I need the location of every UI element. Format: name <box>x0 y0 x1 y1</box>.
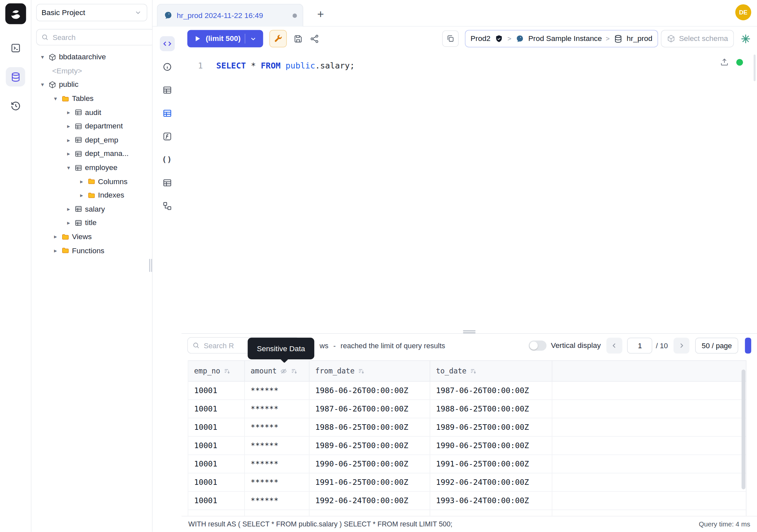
history-nav-icon[interactable] <box>6 96 25 115</box>
tree-item-views[interactable]: ▸Views <box>36 230 147 243</box>
upload-icon[interactable] <box>720 57 729 67</box>
column-header-emp-no[interactable]: emp_no <box>188 361 245 381</box>
tree-item-functions[interactable]: ▸Functions <box>36 244 147 258</box>
table-cell[interactable]: 1989-06-25T00:00:00Z <box>309 437 430 455</box>
sort-icon[interactable] <box>224 367 231 375</box>
tree-item-department[interactable]: ▸department <box>36 119 147 133</box>
caret-right-icon[interactable]: ▸ <box>65 137 72 143</box>
sidebar-search-input[interactable] <box>52 33 150 42</box>
tables-panel-icon[interactable] <box>160 82 174 98</box>
caret-right-icon[interactable]: ▸ <box>65 219 72 226</box>
page-size-select[interactable]: 50 / page <box>695 338 738 354</box>
tree-item-dept-emp[interactable]: ▸dept_emp <box>36 133 147 147</box>
table-cell[interactable]: ****** <box>245 437 310 455</box>
table-cell[interactable]: 1993-06-24T00:00:00Z <box>430 492 552 510</box>
export-button[interactable] <box>745 338 751 354</box>
tree-item-columns[interactable]: ▸Columns <box>36 174 147 188</box>
table-row[interactable]: 10001******1988-06-25T00:00:00Z1989-06-2… <box>188 418 746 437</box>
caret-right-icon[interactable]: ▸ <box>78 192 85 199</box>
caret-down-icon[interactable]: ▾ <box>39 81 46 88</box>
tree-item-public[interactable]: ▾public <box>36 78 147 92</box>
page-input[interactable] <box>627 338 652 354</box>
table-row[interactable]: 10001******1991-06-25T00:00:00Z1992-06-2… <box>188 474 746 492</box>
column-header-from-date[interactable]: from_date <box>309 361 430 381</box>
caret-right-icon[interactable]: ▸ <box>65 109 72 116</box>
table-cell[interactable]: 1991-06-25T00:00:00Z <box>430 455 552 473</box>
sort-icon[interactable] <box>291 367 298 375</box>
panel-resize-handle[interactable] <box>463 329 475 334</box>
run-button[interactable]: (limit 500) <box>187 30 263 47</box>
sort-icon[interactable] <box>358 367 365 375</box>
caret-right-icon[interactable]: ▸ <box>52 233 59 240</box>
external-tables-icon[interactable] <box>160 175 174 190</box>
table-cell[interactable]: 1988-06-25T00:00:00Z <box>430 400 552 418</box>
share-icon[interactable] <box>310 33 320 44</box>
sidebar-search[interactable] <box>36 29 153 45</box>
table-row[interactable]: 10001******1990-06-25T00:00:00Z1991-06-2… <box>188 455 746 474</box>
caret-down-icon[interactable]: ▾ <box>39 54 46 61</box>
table-cell[interactable]: 1992-06-24T00:00:00Z <box>430 474 552 492</box>
schema-diagram-icon[interactable] <box>160 199 174 214</box>
caret-down-icon[interactable]: ▾ <box>52 95 59 102</box>
project-select[interactable]: Basic Project <box>36 4 147 21</box>
table-cell[interactable]: 1992-06-24T00:00:00Z <box>309 492 430 510</box>
table-cell[interactable]: 10001 <box>188 455 245 473</box>
tree-item-audit[interactable]: ▸audit <box>36 106 147 119</box>
table-cell[interactable]: 1994-06-24T00:00:00Z <box>430 510 552 516</box>
table-row[interactable]: 10001******1989-06-25T00:00:00Z1990-06-2… <box>188 437 746 455</box>
table-cell[interactable]: ****** <box>245 492 310 510</box>
tree-item-empty[interactable]: <Empty> <box>36 64 147 78</box>
table-cell[interactable]: 1990-06-25T00:00:00Z <box>430 437 552 455</box>
table-row[interactable]: 10001******1986-06-26T00:00:00Z1987-06-2… <box>188 382 746 400</box>
sort-icon[interactable] <box>470 367 477 375</box>
table-cell[interactable]: 10001 <box>188 492 245 510</box>
table-cell[interactable]: 10001 <box>188 400 245 418</box>
table-cell[interactable]: 1990-06-25T00:00:00Z <box>309 455 430 473</box>
tree-item-title[interactable]: ▸title <box>36 216 147 230</box>
table-row[interactable]: 10001******1987-06-26T00:00:00Z1988-06-2… <box>188 400 746 418</box>
masked-data-icon[interactable] <box>160 106 174 121</box>
databases-nav-icon[interactable] <box>6 67 25 86</box>
worksheet-tab[interactable]: hr_prod 2024-11-22 16:49 <box>157 4 303 26</box>
tree-item-indexes[interactable]: ▸Indexes <box>36 188 147 202</box>
select-schema-button[interactable]: Select schema <box>661 30 734 47</box>
format-sql-icon[interactable] <box>442 30 458 47</box>
sidebar-resize-handle[interactable] <box>149 259 153 272</box>
table-cell[interactable]: ****** <box>245 382 310 400</box>
caret-right-icon[interactable]: ▸ <box>65 206 72 213</box>
tree-item-tables[interactable]: ▾Tables <box>36 92 147 106</box>
vertical-display-toggle[interactable] <box>529 340 547 351</box>
connection-breadcrumb[interactable]: Prod2 > Prod Sample Instance > <box>465 30 658 47</box>
editor-scrollbar[interactable] <box>754 55 756 81</box>
table-cell[interactable]: 1986-06-26T00:00:00Z <box>309 382 430 400</box>
table-cell[interactable]: ****** <box>245 474 310 492</box>
add-tab-button[interactable]: + <box>312 5 329 23</box>
table-cell[interactable]: 10001 <box>188 382 245 400</box>
admin-mode-button[interactable] <box>269 30 287 47</box>
table-cell[interactable]: 10001 <box>188 474 245 492</box>
save-icon[interactable] <box>293 33 304 44</box>
caret-down-icon[interactable]: ▾ <box>65 164 72 171</box>
info-icon[interactable] <box>160 59 174 74</box>
sql-editor-nav-icon[interactable] <box>6 38 25 57</box>
table-cell[interactable]: 1993-06-24T00:00:00Z <box>309 510 430 516</box>
table-row[interactable]: 10001******1993-06-24T00:00:00Z1994-06-2… <box>188 510 746 516</box>
table-cell[interactable]: ****** <box>245 510 310 516</box>
table-cell[interactable]: 10001 <box>188 418 245 436</box>
table-cell[interactable]: 1988-06-25T00:00:00Z <box>309 418 430 436</box>
bytebase-logo[interactable] <box>5 3 25 24</box>
table-cell[interactable]: 10001 <box>188 510 245 516</box>
column-header-to-date[interactable]: to_date <box>430 361 552 381</box>
column-header-amount[interactable]: amount <box>245 361 310 381</box>
next-page-button[interactable] <box>674 338 690 354</box>
prev-page-button[interactable] <box>607 338 623 354</box>
caret-right-icon[interactable]: ▸ <box>65 150 72 157</box>
tree-item-dept-mana[interactable]: ▸dept_mana... <box>36 147 147 161</box>
procedures-panel-icon[interactable]: () <box>160 152 174 167</box>
sql-editor[interactable]: 1 SELECT * FROM public.salary; <box>181 51 757 333</box>
table-cell[interactable]: 1989-06-25T00:00:00Z <box>430 418 552 436</box>
functions-panel-icon[interactable] <box>160 129 174 144</box>
chevron-down-icon[interactable] <box>250 35 257 42</box>
table-row[interactable]: 10001******1992-06-24T00:00:00Z1993-06-2… <box>188 492 746 510</box>
table-cell[interactable]: ****** <box>245 400 310 418</box>
